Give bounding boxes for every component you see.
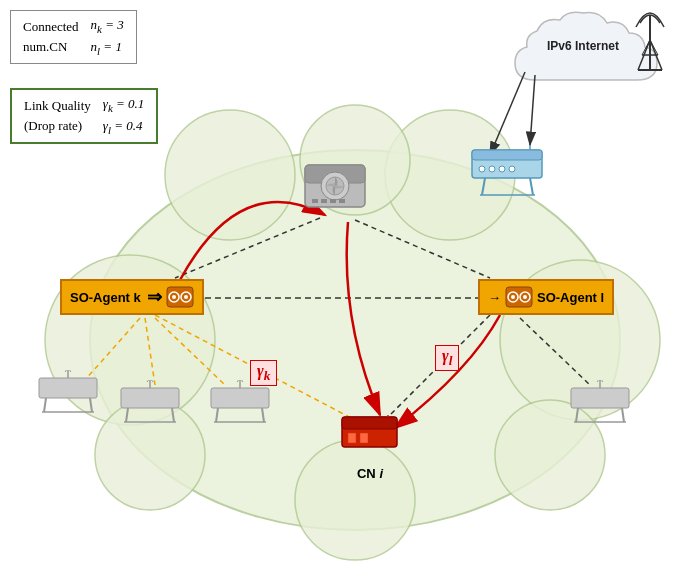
svg-text:IPv6 Internet: IPv6 Internet <box>547 39 619 53</box>
svg-rect-41 <box>472 150 542 160</box>
so-agent-k: SO-Agent k ⇒ <box>60 279 204 315</box>
svg-line-70 <box>44 398 46 412</box>
info-box-quality: Link Quality (Drop rate) γk = 0.1 γl = 0… <box>10 88 158 144</box>
svg-line-20 <box>175 218 320 278</box>
svg-line-21 <box>355 220 490 278</box>
link-quality-label: Link Quality (Drop rate) <box>20 94 99 138</box>
so-agent-l: → SO-Agent l <box>478 279 614 315</box>
router-icon <box>300 155 370 215</box>
device-bottom-right-1 <box>570 380 630 429</box>
svg-line-77 <box>126 408 128 422</box>
cn-label: CN i <box>340 466 400 481</box>
svg-rect-52 <box>167 287 193 307</box>
connected-label: Connectednum.CN <box>19 15 87 59</box>
svg-rect-57 <box>506 287 532 307</box>
nk-value: nk = 3 nl = 1 <box>87 15 128 59</box>
svg-rect-69 <box>39 378 97 398</box>
info-box-connected: Connectednum.CN nk = 3 nl = 1 <box>10 10 137 64</box>
svg-line-71 <box>90 398 92 412</box>
svg-point-44 <box>499 166 505 172</box>
svg-line-92 <box>622 408 624 422</box>
svg-rect-64 <box>348 433 356 443</box>
diagram-container: Connectednum.CN nk = 3 nl = 1 Link Quali… <box>0 0 685 574</box>
svg-line-78 <box>172 408 174 422</box>
svg-line-29 <box>155 318 225 385</box>
svg-point-61 <box>523 295 527 299</box>
network-switch-right <box>470 145 545 200</box>
svg-rect-90 <box>571 388 629 408</box>
gamma-values: γk = 0.1 γl = 0.4 <box>99 94 148 138</box>
svg-line-91 <box>576 408 578 422</box>
svg-point-42 <box>479 166 485 172</box>
agent-l-label: SO-Agent l <box>537 290 604 305</box>
svg-line-28 <box>145 318 155 385</box>
svg-line-30 <box>520 318 590 385</box>
svg-point-11 <box>165 110 295 240</box>
agent-k-icon: ⇒ <box>147 286 162 308</box>
agent-l-icon: → <box>488 290 501 305</box>
cloud-internet: IPv6 Internet <box>505 5 675 100</box>
svg-line-47 <box>530 178 533 195</box>
svg-rect-76 <box>121 388 179 408</box>
svg-point-54 <box>172 295 176 299</box>
svg-rect-37 <box>321 199 327 203</box>
gamma-k-label: γk <box>250 360 277 386</box>
svg-line-85 <box>262 408 264 422</box>
svg-rect-38 <box>330 199 336 203</box>
gamma-l-label: γl <box>435 345 459 371</box>
cn-node: CN i <box>340 415 400 481</box>
svg-line-6 <box>642 40 650 55</box>
device-bottom-left-2 <box>120 380 180 429</box>
svg-point-43 <box>489 166 495 172</box>
svg-rect-39 <box>339 199 345 203</box>
svg-rect-36 <box>312 199 318 203</box>
svg-line-84 <box>216 408 218 422</box>
svg-point-56 <box>184 295 188 299</box>
agent-k-label: SO-Agent k <box>70 290 141 305</box>
svg-rect-65 <box>360 433 368 443</box>
device-bottom-left-3 <box>210 380 270 429</box>
svg-rect-63 <box>342 417 397 429</box>
svg-point-59 <box>511 295 515 299</box>
svg-rect-83 <box>211 388 269 408</box>
device-bottom-left-1 <box>38 370 98 419</box>
svg-point-45 <box>509 166 515 172</box>
svg-line-7 <box>650 40 658 55</box>
svg-line-46 <box>482 178 485 195</box>
